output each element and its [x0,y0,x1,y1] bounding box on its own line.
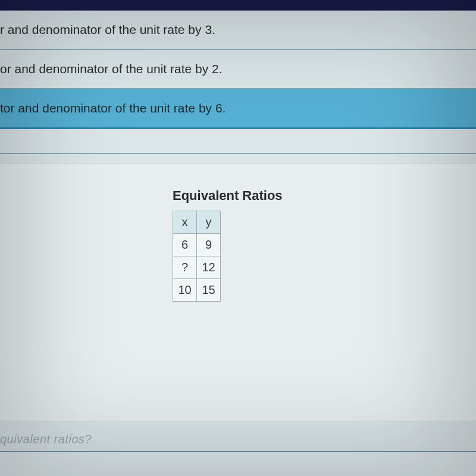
cell-x-unknown: ? [173,256,197,279]
cell-y: 15 [197,279,221,302]
cell-y: 12 [197,256,221,279]
cell-x: 10 [173,279,197,302]
worksheet-screen: r and denominator of the unit rate by 3.… [0,11,476,476]
equivalent-ratios-table: x y 6 9 ? 12 10 15 [173,211,221,302]
answer-option-2[interactable]: or and denominator of the unit rate by 2… [0,50,476,89]
answer-option-1[interactable]: r and denominator of the unit rate by 3. [0,11,476,50]
partial-question-text: quivalent ratios? [0,433,92,446]
table-row: 10 15 [173,279,221,302]
divider [0,153,476,154]
cell-y: 9 [197,234,221,256]
col-header-x: x [173,211,197,234]
window-titlebar [0,0,476,11]
table-title: Equivalent Ratios [173,188,476,203]
table-row: ? 12 [173,256,221,279]
table-row: 6 9 [173,234,221,256]
cell-x: 6 [173,234,197,256]
col-header-y: y [197,211,221,234]
ratios-table-container: Equivalent Ratios x y 6 9 ? 12 10 15 [173,188,476,302]
table-header-row: x y [173,211,221,234]
question-panel: Equivalent Ratios x y 6 9 ? 12 10 15 [0,164,476,421]
answer-input-bar[interactable] [0,451,476,476]
answer-option-3-selected[interactable]: tor and denominator of the unit rate by … [0,89,476,129]
